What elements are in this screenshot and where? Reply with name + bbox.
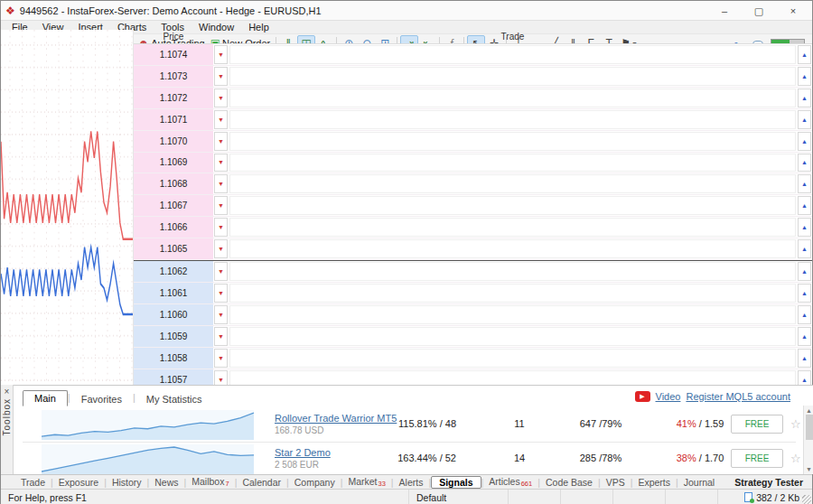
toolbox-tab-experts[interactable]: Experts	[632, 476, 676, 489]
dom-price-cell[interactable]: 1.1065	[134, 238, 213, 259]
sell-chevron-icon[interactable]: ▼	[214, 349, 228, 368]
dom-price-cell[interactable]: 1.1066	[134, 217, 213, 238]
buy-chevron-icon[interactable]: ▲	[798, 89, 811, 107]
sell-chevron-icon[interactable]: ▼	[214, 239, 228, 258]
trade-cell[interactable]	[229, 349, 796, 368]
buy-chevron-icon[interactable]: ▲	[798, 110, 811, 129]
trade-cell[interactable]	[229, 327, 796, 346]
strategy-tester-label[interactable]: Strategy Tester	[734, 477, 812, 488]
trade-cell[interactable]	[229, 154, 796, 173]
status-profile[interactable]: Default	[409, 490, 509, 504]
buy-chevron-icon[interactable]: ▲	[798, 196, 811, 215]
sell-chevron-icon[interactable]: ▼	[214, 132, 228, 151]
buy-chevron-icon[interactable]: ▲	[798, 239, 811, 258]
buy-chevron-icon[interactable]: ▲	[798, 45, 811, 64]
buy-chevron-icon[interactable]: ▲	[798, 154, 811, 173]
signals-tab-favorites[interactable]: Favorites	[70, 392, 133, 406]
favorite-star-icon[interactable]: ☆	[790, 452, 801, 465]
trade-cell[interactable]	[229, 132, 796, 151]
dom-price-cell[interactable]: 1.1068	[134, 173, 213, 194]
sell-chevron-icon[interactable]: ▼	[214, 196, 228, 215]
dom-price-cell[interactable]: 1.1074	[134, 44, 213, 65]
trade-cell[interactable]	[229, 89, 796, 107]
buy-chevron-icon[interactable]: ▲	[798, 174, 811, 193]
buy-chevron-icon[interactable]: ▲	[798, 132, 811, 151]
sell-chevron-icon[interactable]: ▼	[214, 262, 228, 281]
signal-row[interactable]: Rollover Trade Warrior MT5168.78 USD115.…	[14, 408, 798, 442]
toolbox-tab-mailbox[interactable]: Mailbox7	[186, 475, 234, 489]
dom-price-cell[interactable]: 1.1061	[134, 283, 213, 303]
scroll-thumb[interactable]	[806, 415, 813, 440]
toolbox-tab-alerts[interactable]: Alerts	[394, 476, 429, 489]
dom-price-cell[interactable]: 1.1067	[134, 195, 213, 216]
dom-price-cell[interactable]: 1.1073	[134, 66, 213, 87]
buy-chevron-icon[interactable]: ▲	[798, 67, 811, 86]
dom-price-cell[interactable]: 1.1071	[134, 109, 213, 130]
sell-chevron-icon[interactable]: ▼	[214, 327, 228, 346]
toolbox-tab-signals[interactable]: Signals	[431, 476, 481, 489]
dom-price-cell[interactable]: 1.1060	[134, 304, 213, 325]
trade-cell[interactable]	[229, 262, 796, 281]
buy-chevron-icon[interactable]: ▲	[798, 349, 811, 368]
trade-cell[interactable]	[229, 67, 796, 86]
signal-row[interactable]: Star 2 Demo2 508 EUR163.44% / 5214285 /7…	[14, 443, 798, 476]
dom-price-cell[interactable]: 1.1058	[134, 348, 213, 369]
toolbox-tab-news[interactable]: News	[149, 476, 183, 489]
toolbox-tab-journal[interactable]: Journal	[678, 476, 720, 489]
maximize-button[interactable]: ▢	[742, 1, 776, 21]
signal-name-link[interactable]: Star 2 Demo	[275, 447, 331, 458]
scroll-up-icon[interactable]: ▲	[806, 407, 812, 414]
free-button[interactable]: FREE	[731, 449, 783, 468]
trade-cell[interactable]	[229, 305, 796, 324]
toolbox-tab-code-base[interactable]: Code Base	[540, 476, 598, 489]
sell-chevron-icon[interactable]: ▼	[214, 305, 228, 324]
toolbox-tab-vps[interactable]: VPS	[601, 476, 631, 489]
buy-chevron-icon[interactable]: ▲	[798, 218, 811, 237]
video-icon[interactable]: ▶	[635, 391, 650, 402]
trade-cell[interactable]	[229, 284, 796, 303]
trade-cell[interactable]	[229, 110, 796, 129]
buy-chevron-icon[interactable]: ▲	[798, 305, 811, 324]
favorite-star-icon[interactable]: ☆	[790, 417, 801, 431]
toolbox-tab-history[interactable]: History	[107, 476, 147, 489]
dom-price-cell[interactable]: 1.1072	[134, 88, 213, 108]
free-button[interactable]: FREE	[731, 415, 783, 434]
sell-chevron-icon[interactable]: ▼	[214, 218, 228, 237]
toolbox-tab-trade[interactable]: Trade	[15, 476, 51, 489]
close-button[interactable]: ×	[776, 1, 810, 21]
dom-price-cell[interactable]: 1.1069	[134, 153, 213, 173]
sell-chevron-icon[interactable]: ▼	[214, 67, 228, 86]
toolbox-tab-exposure[interactable]: Exposure	[53, 476, 104, 489]
sell-chevron-icon[interactable]: ▼	[214, 110, 228, 129]
trade-cell[interactable]	[229, 218, 796, 237]
buy-chevron-icon[interactable]: ▲	[798, 262, 811, 281]
trade-cell[interactable]	[229, 196, 796, 215]
toolbox-tab-market[interactable]: Market33	[342, 475, 390, 489]
buy-chevron-icon[interactable]: ▲	[798, 327, 811, 346]
sell-chevron-icon[interactable]: ▼	[214, 89, 228, 107]
trade-column-header: Trade	[213, 32, 812, 42]
sell-chevron-icon[interactable]: ▼	[214, 174, 228, 193]
dom-price-cell[interactable]: 1.1059	[134, 326, 213, 347]
resize-grip[interactable]	[802, 495, 811, 504]
toolbox-tab-company[interactable]: Company	[289, 476, 341, 489]
scroll-down-icon[interactable]: ▼	[806, 466, 812, 472]
toolbox-tab-calendar[interactable]: Calendar	[237, 476, 286, 489]
toolbox-tab-articles[interactable]: Articles661	[483, 475, 537, 489]
toolbox-close-icon[interactable]: ×	[2, 387, 13, 397]
sell-chevron-icon[interactable]: ▼	[214, 154, 228, 173]
register-mql5-link[interactable]: Register MQL5 account	[686, 391, 790, 402]
signals-tab-main[interactable]: Main	[23, 390, 68, 406]
trade-cell[interactable]	[229, 239, 796, 258]
trade-cell[interactable]	[229, 174, 796, 193]
dom-price-cell[interactable]: 1.1062	[134, 261, 213, 282]
trade-cell[interactable]	[229, 45, 796, 64]
dom-price-cell[interactable]: 1.1070	[134, 131, 213, 152]
sell-chevron-icon[interactable]: ▼	[214, 45, 228, 64]
sell-chevron-icon[interactable]: ▼	[214, 284, 228, 303]
signals-tab-my-statistics[interactable]: My Statistics	[136, 392, 213, 406]
buy-chevron-icon[interactable]: ▲	[798, 284, 811, 303]
signals-scrollbar[interactable]: ▲ ▼	[803, 406, 813, 474]
video-link[interactable]: Video	[656, 391, 681, 402]
minimize-button[interactable]: –	[707, 1, 742, 21]
